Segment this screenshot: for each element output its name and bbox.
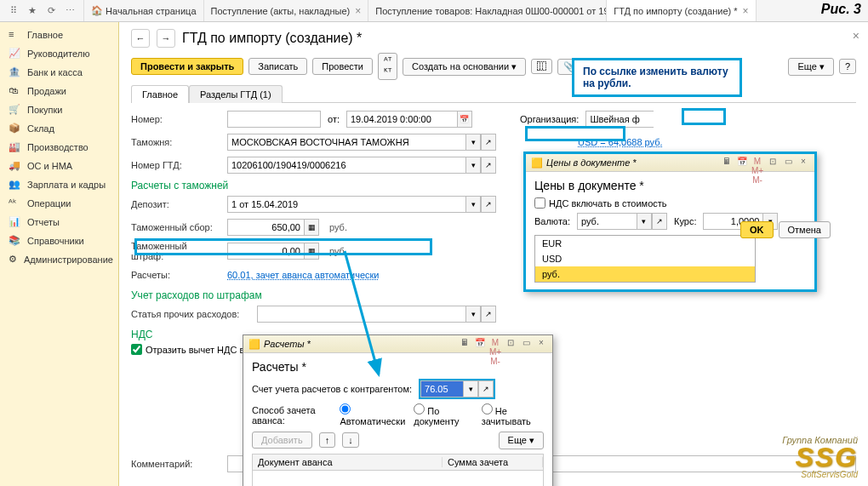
mem-buttons[interactable]: M M+ M- — [489, 338, 501, 350]
close-icon[interactable]: × — [355, 5, 361, 17]
tab-sections[interactable]: Разделы ГТД (1) — [189, 85, 283, 103]
sidebar-item-reports[interactable]: 📊Отчеты — [0, 213, 118, 232]
dropdown-icon[interactable]: ▾ — [465, 196, 481, 213]
post-and-close-button[interactable]: Провести и закрыть — [131, 58, 243, 75]
table-more-button[interactable]: Еще ▾ — [499, 432, 544, 449]
dropdown-icon[interactable]: ▾ — [465, 306, 481, 323]
close-document-icon[interactable]: × — [853, 29, 859, 43]
open-icon[interactable]: ↗ — [481, 306, 496, 323]
comment-label: Комментарий: — [131, 459, 220, 469]
dropdown-icon[interactable]: ▾ — [463, 380, 478, 397]
up-button[interactable]: ↑ — [319, 432, 336, 448]
currency-label: Валюта: — [534, 216, 570, 226]
open-icon[interactable]: ↗ — [478, 380, 494, 397]
date-input[interactable] — [346, 111, 457, 128]
sidebar-item-bank[interactable]: 🏦Банк и касса — [0, 63, 118, 82]
settle-label: Расчеты: — [131, 270, 220, 280]
org-input[interactable] — [585, 111, 654, 128]
fee-input[interactable] — [227, 219, 304, 236]
more-button[interactable]: Еще ▾ — [788, 58, 833, 76]
apps-icon[interactable]: ⠿ — [7, 4, 20, 18]
minimize-icon[interactable]: ▭ — [782, 157, 794, 169]
history-icon[interactable]: ⟳ — [44, 4, 58, 18]
star-icon[interactable]: ★ — [26, 4, 39, 18]
popup-prices-title: Цены в документе * — [534, 179, 806, 192]
create-based-button[interactable]: Создать на основании ▾ — [403, 58, 526, 76]
sidebar-item-payroll[interactable]: 👥Зарплата и кадры — [0, 175, 118, 194]
close-icon[interactable]: × — [535, 338, 547, 350]
sidebar-item-production[interactable]: 🏭Производство — [0, 138, 118, 157]
dkt-button[interactable]: ᴬᵀᴷᵀ — [378, 53, 397, 80]
calendar-icon[interactable]: 📅 — [474, 338, 486, 350]
minimize-icon[interactable]: ▭ — [520, 338, 532, 350]
option-eur[interactable]: EUR — [535, 236, 755, 251]
tab-home[interactable]: 🏠 Начальная страница — [84, 0, 204, 21]
sidebar-item-warehouse[interactable]: 📦Склад — [0, 119, 118, 138]
forward-button[interactable]: → — [157, 29, 175, 48]
deposit-label: Депозит: — [131, 199, 220, 209]
open-icon[interactable]: ↗ — [652, 213, 667, 230]
radio-auto[interactable]: Автоматически — [340, 403, 405, 426]
restore-icon[interactable]: ⊡ — [505, 338, 517, 350]
gtd-input[interactable] — [227, 157, 465, 174]
ok-button[interactable]: OK — [740, 221, 774, 238]
calc-icon[interactable]: ▦ — [304, 219, 319, 236]
tab-receipt-doc[interactable]: Поступление товаров: Накладная 0Ш00-0000… — [368, 0, 607, 21]
number-input[interactable] — [227, 111, 321, 128]
sidebar-item-director[interactable]: 📈Руководителю — [0, 44, 118, 63]
cancel-button[interactable]: Отмена — [779, 221, 831, 238]
advance-table-header: Документ аванса Сумма зачета — [252, 454, 544, 471]
sidebar-item-operations[interactable]: ᴬᵏОперации — [0, 194, 118, 213]
close-icon[interactable]: × — [743, 5, 749, 17]
vat-checkbox[interactable] — [131, 344, 142, 355]
ellipsis-icon[interactable]: ⋯ — [63, 4, 77, 18]
open-icon[interactable]: ↗ — [481, 134, 496, 151]
structure-button[interactable]: ⿲ — [531, 59, 552, 74]
sidebar-item-purchases[interactable]: 🛒Покупки — [0, 100, 118, 119]
open-icon[interactable]: ↗ — [481, 157, 496, 174]
top-toolbar: ⠿ ★ ⟳ ⋯ 🏠 Начальная страница Поступление… — [0, 0, 868, 22]
other-exp-input[interactable] — [257, 306, 465, 323]
calendar-icon[interactable]: 📅 — [736, 157, 748, 169]
sidebar-item-assets[interactable]: 🚚ОС и НМА — [0, 157, 118, 175]
sidebar-item-admin[interactable]: ⚙Администрирование — [0, 250, 118, 269]
help-button[interactable]: ? — [839, 59, 856, 74]
tab-gtd[interactable]: ГТД по импорту (создание) *× — [607, 0, 756, 21]
account-input[interactable] — [420, 380, 463, 397]
down-button[interactable]: ↓ — [342, 432, 359, 448]
sidebar-item-references[interactable]: 📚Справочники — [0, 232, 118, 250]
radio-bydoc[interactable]: По документу — [414, 403, 472, 426]
calc-icon[interactable]: 🖩 — [459, 338, 471, 350]
currency-input[interactable] — [577, 213, 637, 230]
currency-dropdown: EUR USD руб. — [534, 235, 756, 283]
document-tabs: Главное Разделы ГТД (1) — [131, 85, 856, 103]
restore-icon[interactable]: ⊡ — [767, 157, 779, 169]
dropdown-icon[interactable]: ▾ — [637, 213, 652, 230]
calc-icon[interactable]: 🖩 — [721, 157, 733, 169]
advance-table-body[interactable] — [252, 471, 544, 486]
add-button[interactable]: Добавить — [252, 432, 312, 449]
radio-none[interactable]: Не зачитывать — [482, 403, 544, 426]
currency-link[interactable]: USD = 64,0688 руб. — [578, 137, 663, 147]
penalty-input[interactable] — [227, 243, 304, 260]
open-icon[interactable]: ↗ — [481, 196, 496, 213]
customs-input[interactable] — [227, 134, 465, 151]
save-button[interactable]: Записать — [248, 58, 307, 75]
dropdown-icon[interactable]: ▾ — [465, 134, 481, 151]
option-usd[interactable]: USD — [535, 251, 755, 266]
tab-receipts[interactable]: Поступление (акты, накладные)× — [204, 0, 369, 21]
tab-main[interactable]: Главное — [131, 85, 189, 103]
sidebar-item-main[interactable]: ≡Главное — [0, 26, 118, 44]
option-rub[interactable]: руб. — [535, 266, 755, 282]
deposit-input[interactable] — [227, 196, 465, 213]
calendar-icon[interactable]: 📅 — [457, 111, 472, 128]
mem-buttons[interactable]: M M+ M- — [751, 157, 763, 169]
sidebar-item-sales[interactable]: 🛍Продажи — [0, 82, 118, 100]
post-button[interactable]: Провести — [312, 58, 373, 75]
calc-icon[interactable]: ▦ — [304, 243, 319, 260]
settlements-link[interactable]: 60.01, зачет аванса автоматически — [227, 270, 380, 280]
dropdown-icon[interactable]: ▾ — [465, 157, 481, 174]
back-button[interactable]: ← — [131, 29, 150, 48]
close-icon[interactable]: × — [797, 157, 809, 169]
vat-include-checkbox[interactable] — [534, 197, 545, 209]
